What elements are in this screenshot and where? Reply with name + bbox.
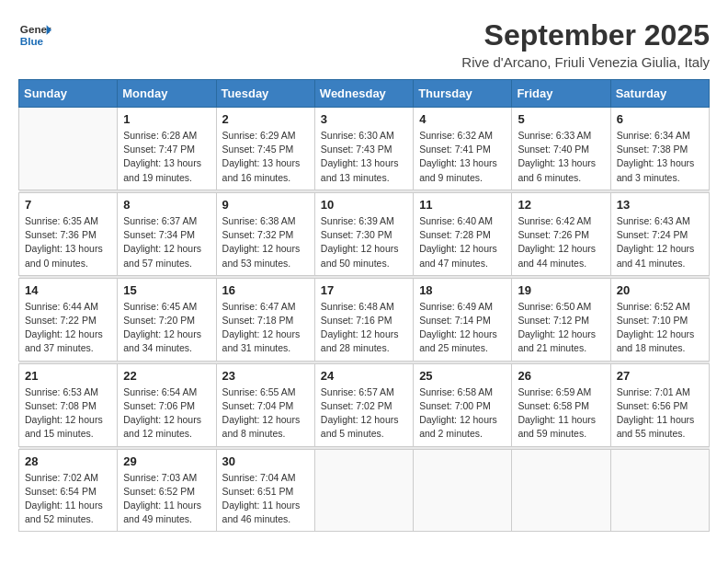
column-header-monday: Monday	[118, 80, 216, 108]
calendar-cell: 4Sunrise: 6:32 AMSunset: 7:41 PMDaylight…	[414, 108, 512, 190]
day-number: 28	[25, 454, 111, 468]
calendar-week-row: 14Sunrise: 6:44 AMSunset: 7:22 PMDayligh…	[19, 278, 710, 361]
day-number: 20	[617, 283, 703, 297]
calendar-cell: 25Sunrise: 6:58 AMSunset: 7:00 PMDayligh…	[414, 363, 512, 446]
day-info: Sunrise: 6:28 AMSunset: 7:47 PMDaylight:…	[123, 129, 210, 185]
day-info: Sunrise: 6:39 AMSunset: 7:30 PMDaylight:…	[321, 214, 407, 270]
calendar-cell: 26Sunrise: 6:59 AMSunset: 6:58 PMDayligh…	[512, 363, 610, 446]
day-info: Sunrise: 6:35 AMSunset: 7:36 PMDaylight:…	[25, 214, 111, 270]
day-number: 7	[25, 198, 111, 212]
day-info: Sunrise: 6:59 AMSunset: 6:58 PMDaylight:…	[518, 385, 604, 442]
day-number: 12	[518, 198, 604, 212]
calendar-cell: 3Sunrise: 6:30 AMSunset: 7:43 PMDaylight…	[314, 108, 413, 190]
day-number: 13	[617, 198, 703, 212]
day-info: Sunrise: 6:40 AMSunset: 7:28 PMDaylight:…	[419, 214, 506, 270]
calendar-cell: 10Sunrise: 6:39 AMSunset: 7:30 PMDayligh…	[314, 192, 413, 275]
logo: General Blue	[18, 18, 51, 52]
calendar-cell: 29Sunrise: 7:03 AMSunset: 6:52 PMDayligh…	[118, 449, 216, 532]
day-number: 27	[617, 369, 703, 383]
calendar-table: SundayMondayTuesdayWednesdayThursdayFrid…	[18, 79, 710, 532]
calendar-cell: 27Sunrise: 7:01 AMSunset: 6:56 PMDayligh…	[610, 363, 709, 446]
calendar-week-row: 28Sunrise: 7:02 AMSunset: 6:54 PMDayligh…	[19, 449, 710, 532]
day-info: Sunrise: 6:54 AMSunset: 7:06 PMDaylight:…	[123, 385, 210, 442]
day-info: Sunrise: 6:44 AMSunset: 7:22 PMDaylight:…	[25, 300, 111, 356]
day-info: Sunrise: 7:03 AMSunset: 6:52 PMDaylight:…	[123, 471, 210, 527]
logo-icon: General Blue	[18, 18, 51, 52]
day-number: 24	[321, 369, 407, 383]
calendar-cell: 30Sunrise: 7:04 AMSunset: 6:51 PMDayligh…	[216, 449, 314, 532]
calendar-cell	[512, 449, 610, 532]
day-info: Sunrise: 6:49 AMSunset: 7:14 PMDaylight:…	[419, 300, 506, 356]
calendar-cell	[610, 449, 709, 532]
calendar-cell	[314, 449, 413, 532]
day-number: 29	[123, 454, 210, 468]
day-info: Sunrise: 6:58 AMSunset: 7:00 PMDaylight:…	[419, 385, 506, 442]
calendar-cell: 28Sunrise: 7:02 AMSunset: 6:54 PMDayligh…	[19, 449, 118, 532]
calendar-cell: 16Sunrise: 6:47 AMSunset: 7:18 PMDayligh…	[216, 278, 314, 361]
day-number: 4	[419, 112, 506, 126]
day-number: 22	[123, 369, 210, 383]
calendar-cell: 21Sunrise: 6:53 AMSunset: 7:08 PMDayligh…	[19, 363, 118, 446]
day-info: Sunrise: 6:29 AMSunset: 7:45 PMDaylight:…	[222, 129, 309, 185]
calendar-cell: 5Sunrise: 6:33 AMSunset: 7:40 PMDaylight…	[512, 108, 610, 190]
day-info: Sunrise: 6:55 AMSunset: 7:04 PMDaylight:…	[222, 385, 309, 442]
calendar-cell: 13Sunrise: 6:43 AMSunset: 7:24 PMDayligh…	[610, 192, 709, 275]
calendar-cell: 18Sunrise: 6:49 AMSunset: 7:14 PMDayligh…	[414, 278, 512, 361]
day-number: 25	[419, 369, 506, 383]
column-header-sunday: Sunday	[19, 80, 118, 108]
day-number: 1	[123, 112, 210, 126]
title-area: September 2025 Rive d'Arcano, Friuli Ven…	[461, 18, 710, 70]
day-number: 21	[25, 369, 111, 383]
day-number: 6	[617, 112, 703, 126]
day-number: 15	[123, 283, 210, 297]
calendar-cell: 7Sunrise: 6:35 AMSunset: 7:36 PMDaylight…	[19, 192, 118, 275]
day-info: Sunrise: 6:38 AMSunset: 7:32 PMDaylight:…	[222, 214, 309, 270]
day-number: 3	[321, 112, 407, 126]
calendar-cell: 1Sunrise: 6:28 AMSunset: 7:47 PMDaylight…	[118, 108, 216, 190]
calendar-cell: 15Sunrise: 6:45 AMSunset: 7:20 PMDayligh…	[118, 278, 216, 361]
day-info: Sunrise: 6:47 AMSunset: 7:18 PMDaylight:…	[222, 300, 309, 356]
day-info: Sunrise: 6:43 AMSunset: 7:24 PMDaylight:…	[617, 214, 703, 270]
calendar-cell: 19Sunrise: 6:50 AMSunset: 7:12 PMDayligh…	[512, 278, 610, 361]
calendar-cell: 9Sunrise: 6:38 AMSunset: 7:32 PMDaylight…	[216, 192, 314, 275]
calendar-week-row: 1Sunrise: 6:28 AMSunset: 7:47 PMDaylight…	[19, 108, 710, 190]
day-number: 19	[518, 283, 604, 297]
column-header-thursday: Thursday	[414, 80, 512, 108]
calendar-cell: 6Sunrise: 6:34 AMSunset: 7:38 PMDaylight…	[610, 108, 709, 190]
day-number: 26	[518, 369, 604, 383]
calendar-cell: 11Sunrise: 6:40 AMSunset: 7:28 PMDayligh…	[414, 192, 512, 275]
calendar-cell: 12Sunrise: 6:42 AMSunset: 7:26 PMDayligh…	[512, 192, 610, 275]
calendar-cell: 22Sunrise: 6:54 AMSunset: 7:06 PMDayligh…	[118, 363, 216, 446]
day-number: 8	[123, 198, 210, 212]
day-info: Sunrise: 6:57 AMSunset: 7:02 PMDaylight:…	[321, 385, 407, 442]
calendar-cell	[19, 108, 118, 190]
day-info: Sunrise: 7:01 AMSunset: 6:56 PMDaylight:…	[617, 385, 703, 442]
calendar-subtitle: Rive d'Arcano, Friuli Venezia Giulia, It…	[461, 54, 710, 70]
day-info: Sunrise: 6:53 AMSunset: 7:08 PMDaylight:…	[25, 385, 111, 442]
page-header: General Blue September 2025 Rive d'Arcan…	[18, 18, 710, 70]
calendar-title: September 2025	[461, 18, 710, 52]
day-number: 14	[25, 283, 111, 297]
day-info: Sunrise: 6:32 AMSunset: 7:41 PMDaylight:…	[419, 129, 506, 185]
calendar-header-row: SundayMondayTuesdayWednesdayThursdayFrid…	[19, 80, 710, 108]
day-info: Sunrise: 6:45 AMSunset: 7:20 PMDaylight:…	[123, 300, 210, 356]
day-number: 17	[321, 283, 407, 297]
day-number: 5	[518, 112, 604, 126]
day-info: Sunrise: 6:52 AMSunset: 7:10 PMDaylight:…	[617, 300, 703, 356]
calendar-cell: 8Sunrise: 6:37 AMSunset: 7:34 PMDaylight…	[118, 192, 216, 275]
calendar-cell: 23Sunrise: 6:55 AMSunset: 7:04 PMDayligh…	[216, 363, 314, 446]
day-number: 30	[222, 454, 309, 468]
day-info: Sunrise: 6:37 AMSunset: 7:34 PMDaylight:…	[123, 214, 210, 270]
day-number: 11	[419, 198, 506, 212]
day-number: 10	[321, 198, 407, 212]
day-number: 2	[222, 112, 309, 126]
calendar-cell	[414, 449, 512, 532]
day-number: 23	[222, 369, 309, 383]
day-info: Sunrise: 6:50 AMSunset: 7:12 PMDaylight:…	[518, 300, 604, 356]
day-info: Sunrise: 6:30 AMSunset: 7:43 PMDaylight:…	[321, 129, 407, 185]
day-number: 9	[222, 198, 309, 212]
column-header-saturday: Saturday	[610, 80, 709, 108]
day-info: Sunrise: 7:04 AMSunset: 6:51 PMDaylight:…	[222, 471, 309, 527]
day-info: Sunrise: 6:48 AMSunset: 7:16 PMDaylight:…	[321, 300, 407, 356]
calendar-cell: 17Sunrise: 6:48 AMSunset: 7:16 PMDayligh…	[314, 278, 413, 361]
